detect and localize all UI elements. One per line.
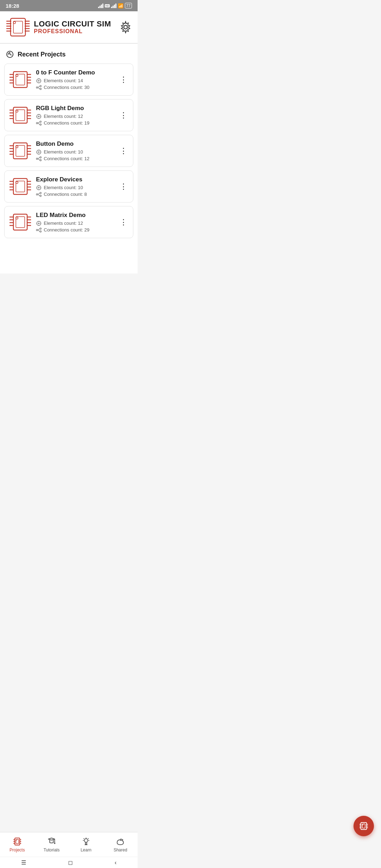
project-meta-4: Elements count: 12 Connections count: 29	[36, 221, 114, 233]
elements-icon-1	[36, 114, 42, 119]
svg-point-77	[40, 157, 41, 158]
logo-subtitle: PROFESSIONAL	[34, 28, 111, 35]
svg-point-122	[40, 231, 41, 232]
svg-point-27	[38, 80, 40, 82]
connections-icon-1	[36, 120, 42, 126]
svg-point-55	[40, 121, 41, 122]
svg-point-69	[16, 146, 18, 148]
project-info-1: RGB Light Demo Elements count: 12	[36, 105, 114, 126]
svg-point-98	[36, 194, 38, 195]
project-meta-0: Elements count: 14 Connections count: 30	[36, 78, 114, 90]
svg-line-35	[38, 86, 40, 88]
elements-meta-0: Elements count: 14	[36, 78, 114, 84]
connections-meta-0: Connections count: 30	[36, 85, 114, 90]
project-meta-1: Elements count: 12 Connections count: 19	[36, 114, 114, 126]
svg-point-49	[38, 116, 40, 117]
elements-meta-1: Elements count: 12	[36, 114, 114, 119]
battery-icon: 77	[125, 3, 132, 8]
project-chip-icon-3	[9, 175, 32, 198]
project-info-0: 0 to F Counter Demo Elements count: 14	[36, 69, 114, 90]
project-info-4: LED Matrix Demo Elements count: 12	[36, 212, 114, 233]
project-name-2: Button Demo	[36, 140, 114, 147]
project-name-0: 0 to F Counter Demo	[36, 69, 114, 76]
elements-icon-2	[36, 149, 42, 155]
project-name-4: LED Matrix Demo	[36, 212, 114, 219]
svg-line-57	[38, 122, 40, 123]
wifi-icon: 📶	[118, 3, 123, 8]
logo-text: LOGIC CIRCUIT SIM PROFESSIONAL	[34, 20, 111, 35]
project-list: 0 to F Counter Demo Elements count: 14	[0, 64, 138, 238]
svg-point-99	[40, 192, 41, 194]
connections-icon-0	[36, 85, 42, 90]
project-name-1: RGB Light Demo	[36, 105, 114, 112]
more-menu-1[interactable]: ⋮	[118, 109, 129, 121]
svg-point-78	[40, 159, 41, 161]
logo-chip-icon	[6, 15, 30, 40]
content: Recent Projects 0 to F Counter Demo	[0, 43, 138, 273]
svg-point-56	[40, 124, 41, 125]
svg-point-113	[16, 217, 18, 219]
svg-point-121	[40, 228, 41, 229]
svg-point-33	[40, 85, 41, 87]
svg-point-100	[40, 195, 41, 197]
svg-point-47	[16, 110, 18, 112]
project-card-2[interactable]: Button Demo Elements count: 10	[4, 135, 133, 167]
project-card-1[interactable]: RGB Light Demo Elements count: 12	[4, 99, 133, 131]
more-menu-3[interactable]: ⋮	[118, 181, 129, 193]
svg-rect-112	[16, 217, 25, 228]
project-chip-icon-0	[9, 68, 32, 91]
svg-line-102	[38, 194, 40, 196]
elements-meta-3: Elements count: 10	[36, 185, 114, 191]
connections-icon-3	[36, 192, 42, 197]
connections-meta-3: Connections count: 8	[36, 192, 114, 197]
elements-meta-4: Elements count: 12	[36, 221, 114, 226]
svg-point-54	[36, 122, 38, 124]
project-card-0[interactable]: 0 to F Counter Demo Elements count: 14	[4, 64, 133, 96]
svg-point-71	[38, 151, 40, 153]
svg-point-120	[36, 229, 38, 231]
project-chip-icon-4	[9, 211, 32, 234]
connections-icon-2	[36, 156, 42, 162]
elements-icon-0	[36, 78, 42, 84]
elements-meta-2: Elements count: 10	[36, 149, 114, 155]
connections-meta-4: Connections count: 29	[36, 227, 114, 233]
svg-point-12	[13, 22, 16, 24]
project-info-3: Explore Devices Elements count: 10	[36, 176, 114, 197]
settings-icon[interactable]	[119, 21, 132, 34]
project-chip-icon-2	[9, 139, 32, 162]
svg-point-93	[38, 187, 40, 188]
connections-meta-1: Connections count: 19	[36, 120, 114, 126]
svg-point-13	[124, 25, 127, 29]
connections-meta-2: Connections count: 12	[36, 156, 114, 162]
status-icons: HD 📶 77	[98, 3, 132, 8]
project-info-2: Button Demo Elements count: 10	[36, 140, 114, 162]
logo-title: LOGIC CIRCUIT SIM	[34, 20, 111, 28]
svg-line-36	[38, 88, 40, 89]
svg-line-101	[38, 193, 40, 194]
svg-rect-11	[13, 21, 23, 33]
project-card-4[interactable]: LED Matrix Demo Elements count: 12	[4, 206, 133, 238]
elements-icon-3	[36, 185, 42, 191]
svg-point-91	[16, 181, 18, 183]
more-menu-2[interactable]: ⋮	[118, 145, 129, 157]
project-chip-icon-1	[9, 104, 32, 127]
signal-bars-2	[111, 3, 116, 8]
svg-point-32	[36, 87, 38, 88]
recent-projects-header: Recent Projects	[0, 43, 138, 64]
logo-container: LOGIC CIRCUIT SIM PROFESSIONAL	[6, 15, 111, 40]
svg-rect-90	[16, 181, 25, 192]
more-menu-0[interactable]: ⋮	[118, 74, 129, 86]
svg-line-124	[38, 230, 40, 231]
more-menu-4[interactable]: ⋮	[118, 216, 129, 228]
hd-badge: HD	[105, 4, 110, 7]
svg-point-115	[38, 223, 40, 224]
svg-point-25	[16, 74, 18, 77]
svg-line-58	[38, 123, 40, 125]
svg-rect-68	[16, 145, 25, 156]
project-card-3[interactable]: Explore Devices Elements count: 10	[4, 170, 133, 203]
recent-projects-title: Recent Projects	[18, 51, 66, 58]
svg-rect-46	[16, 110, 25, 121]
project-meta-3: Elements count: 10 Connections count: 8	[36, 185, 114, 197]
svg-rect-24	[16, 74, 25, 85]
elements-icon-4	[36, 221, 42, 226]
